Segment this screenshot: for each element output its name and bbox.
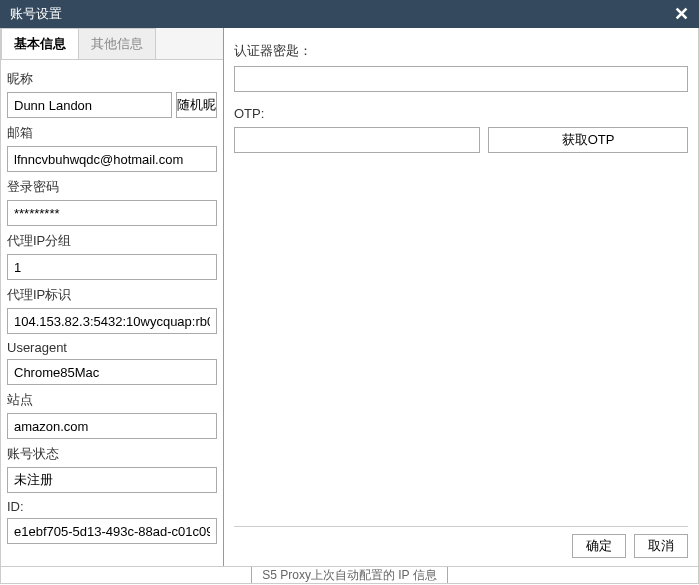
title-bar: 账号设置 ✕ (0, 0, 699, 28)
tab-bar: 基本信息 其他信息 (1, 28, 223, 60)
tab-other-info[interactable]: 其他信息 (78, 28, 156, 59)
password-label: 登录密码 (7, 178, 217, 196)
useragent-label: Useragent (7, 340, 217, 355)
status-input[interactable] (7, 467, 217, 493)
s5-proxy-info-button[interactable]: S5 Proxy上次自动配置的 IP 信息 (251, 567, 447, 584)
window-title: 账号设置 (10, 5, 62, 23)
basic-info-fields: 昵称 随机昵 邮箱 登录密码 代理IP分组 代理IP标识 Useragent 站… (1, 60, 223, 550)
nickname-label: 昵称 (7, 70, 217, 88)
proxy-group-label: 代理IP分组 (7, 232, 217, 250)
email-label: 邮箱 (7, 124, 217, 142)
id-label: ID: (7, 499, 217, 514)
email-input[interactable] (7, 146, 217, 172)
right-content: 认证器密匙： OTP: 获取OTP (234, 38, 688, 526)
proxy-group-input[interactable] (7, 254, 217, 280)
proxy-id-label: 代理IP标识 (7, 286, 217, 304)
close-icon[interactable]: ✕ (674, 5, 689, 23)
background-bar: S5 Proxy上次自动配置的 IP 信息 (0, 567, 699, 584)
useragent-input[interactable] (7, 359, 217, 385)
site-label: 站点 (7, 391, 217, 409)
get-otp-button[interactable]: 获取OTP (488, 127, 688, 153)
auth-key-input[interactable] (234, 66, 688, 92)
random-nickname-button[interactable]: 随机昵 (176, 92, 217, 118)
otp-input[interactable] (234, 127, 480, 153)
dialog-footer: 确定 取消 (234, 526, 688, 560)
left-pane: 基本信息 其他信息 昵称 随机昵 邮箱 登录密码 代理IP分组 代理IP标识 U… (1, 28, 224, 566)
right-pane: 认证器密匙： OTP: 获取OTP 确定 取消 (224, 28, 698, 566)
ok-button[interactable]: 确定 (572, 534, 626, 558)
site-input[interactable] (7, 413, 217, 439)
password-input[interactable] (7, 200, 217, 226)
nickname-input[interactable] (7, 92, 172, 118)
id-input[interactable] (7, 518, 217, 544)
otp-label: OTP: (234, 106, 688, 121)
proxy-id-input[interactable] (7, 308, 217, 334)
status-label: 账号状态 (7, 445, 217, 463)
dialog-body: 基本信息 其他信息 昵称 随机昵 邮箱 登录密码 代理IP分组 代理IP标识 U… (0, 28, 699, 567)
tab-basic-info[interactable]: 基本信息 (1, 28, 79, 59)
auth-key-label: 认证器密匙： (234, 42, 688, 60)
cancel-button[interactable]: 取消 (634, 534, 688, 558)
